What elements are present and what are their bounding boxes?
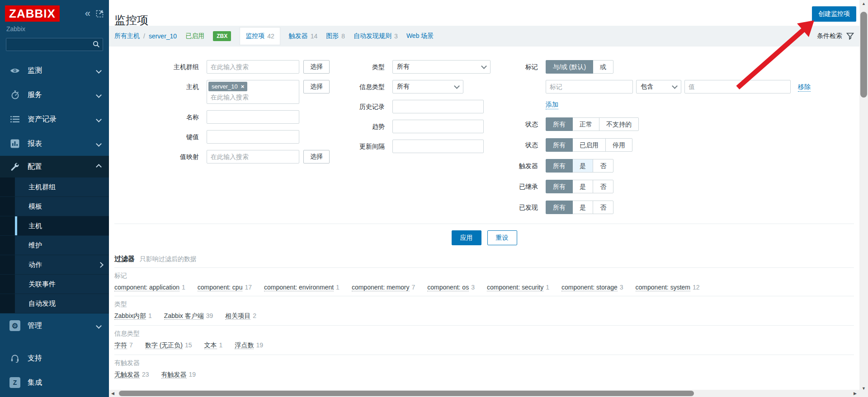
sidebar-collapse-icon[interactable]: « xyxy=(85,9,90,18)
tag-operator-andor[interactable]: 与/或 (默认) xyxy=(546,60,593,74)
sidebar-subitem-hosts[interactable]: 主机 xyxy=(0,216,109,236)
inherited-no[interactable]: 否 xyxy=(593,180,613,193)
discovered-no[interactable]: 否 xyxy=(593,201,613,214)
subfilter-group-info-types: 信息类型 字符7 数字 (无正负)15 文本1 浮点数19 xyxy=(114,326,854,355)
tab-web-scenarios[interactable]: Web 场景 xyxy=(406,32,434,40)
sidebar-expand-icon[interactable] xyxy=(96,10,104,18)
tab-triggers[interactable]: 触发器14 xyxy=(289,32,318,40)
horizontal-scrollbar-thumb[interactable] xyxy=(119,391,694,396)
discovered-all[interactable]: 所有 xyxy=(546,201,573,214)
subfilter-link[interactable]: component: memory7 xyxy=(352,284,415,291)
chevron-down-icon xyxy=(454,83,460,89)
sidebar-item-support[interactable]: 支持 xyxy=(0,346,109,370)
state-not-supported[interactable]: 不支持的 xyxy=(599,117,639,131)
scroll-down-icon[interactable]: ▼ xyxy=(859,386,868,391)
host-multiselect[interactable]: server_10 × 在此输入搜索 xyxy=(207,80,299,104)
triggers-all[interactable]: 所有 xyxy=(546,159,573,173)
sidebar-subitem-event-correlation[interactable]: 关联事件 xyxy=(0,275,109,294)
scroll-up-icon[interactable]: ▲ xyxy=(859,1,868,6)
subfilter-link[interactable]: Zabbix 客户端39 xyxy=(164,312,213,320)
host-group-input[interactable] xyxy=(207,60,299,74)
interval-input[interactable] xyxy=(392,140,484,153)
breadcrumb-host-link[interactable]: server_10 xyxy=(149,33,177,40)
status-enabled[interactable]: 已启用 xyxy=(572,138,606,152)
filter-toggle[interactable]: 条件检索 xyxy=(817,32,854,40)
tab-graphs[interactable]: 图形8 xyxy=(326,32,345,40)
name-input[interactable] xyxy=(207,110,299,124)
sidebar-search-input[interactable] xyxy=(6,38,103,51)
vertical-scrollbar-thumb[interactable] xyxy=(860,12,867,98)
tab-items[interactable]: 监控项42 xyxy=(240,27,280,45)
scroll-left-icon[interactable]: ◀ xyxy=(111,391,114,396)
subfilter-link[interactable]: 浮点数19 xyxy=(235,341,263,350)
vertical-scrollbar[interactable]: ▲ ▼ xyxy=(859,0,868,397)
key-input[interactable] xyxy=(207,130,299,144)
sidebar-item-reports[interactable]: 报表 xyxy=(0,131,109,156)
valuemap-label: 值映射 xyxy=(109,150,207,163)
sidebar-item-configuration[interactable]: 配置 xyxy=(0,156,109,177)
host-select-button[interactable]: 选择 xyxy=(303,80,330,93)
sidebar-item-integrations[interactable]: Z 集成 xyxy=(0,370,109,395)
tag-remove-link[interactable]: 移除 xyxy=(798,82,811,92)
breadcrumb-all-hosts-link[interactable]: 所有主机 xyxy=(114,32,140,40)
subfilter-link[interactable]: 字符7 xyxy=(114,341,133,350)
sidebar-item-inventory[interactable]: 资产记录 xyxy=(0,107,109,131)
valuemap-input[interactable] xyxy=(207,150,299,163)
info-type-select[interactable]: 所有 xyxy=(392,80,463,93)
type-select[interactable]: 所有 xyxy=(392,60,491,74)
inherited-yes[interactable]: 是 xyxy=(572,180,593,193)
subfilter-link[interactable]: component: storage3 xyxy=(561,284,623,291)
subfilter-link[interactable]: component: os3 xyxy=(427,284,475,291)
create-item-button[interactable]: 创建监控项 xyxy=(812,6,856,22)
tag-operator-or[interactable]: 或 xyxy=(593,60,613,74)
sidebar-subitem-discovery[interactable]: 自动发现 xyxy=(0,294,109,313)
subfilter-link[interactable]: 文本1 xyxy=(204,341,223,350)
tag-value-input[interactable] xyxy=(684,80,791,93)
state-normal[interactable]: 正常 xyxy=(572,117,599,131)
tag-name-input[interactable] xyxy=(546,80,633,93)
apply-button[interactable]: 应用 xyxy=(452,230,481,245)
sidebar-item-administration[interactable]: ⚙ 管理 xyxy=(0,313,109,338)
interval-label: 更新间隔 xyxy=(330,140,392,153)
subfilter-link[interactable]: component: environment1 xyxy=(264,284,340,291)
sidebar-item-services[interactable]: 服务 xyxy=(0,83,109,107)
reset-button[interactable]: 重设 xyxy=(487,230,517,245)
tag-operator-segment: 与/或 (默认) 或 xyxy=(546,60,613,74)
subfilter-link[interactable]: component: cpu17 xyxy=(198,284,252,291)
history-input[interactable] xyxy=(392,100,484,113)
valuemap-select-button[interactable]: 选择 xyxy=(303,150,330,163)
sidebar-subitem-maintenance[interactable]: 维护 xyxy=(0,236,109,255)
trends-input[interactable] xyxy=(392,120,484,133)
tag-operator-select[interactable]: 包含 xyxy=(636,80,681,93)
sidebar-subitem-host-groups[interactable]: 主机群组 xyxy=(0,177,109,197)
triggers-segment: 所有 是 否 xyxy=(546,159,613,173)
subfilter-link[interactable]: 数字 (无正负)15 xyxy=(145,341,192,350)
search-icon[interactable] xyxy=(93,41,100,49)
subfilter-link[interactable]: component: security1 xyxy=(487,284,549,291)
state-all[interactable]: 所有 xyxy=(546,117,573,131)
chip-remove-icon[interactable]: × xyxy=(241,83,245,90)
status-disabled[interactable]: 停用 xyxy=(605,138,632,152)
discovered-yes[interactable]: 是 xyxy=(572,201,593,214)
sidebar-subitem-actions[interactable]: 动作 xyxy=(0,255,109,275)
status-all[interactable]: 所有 xyxy=(546,138,573,152)
tab-discovery-rules[interactable]: 自动发现规则3 xyxy=(354,32,398,40)
zabbix-logo[interactable]: ZABBIX xyxy=(5,5,60,22)
tag-add-link[interactable]: 添加 xyxy=(546,100,558,109)
subfilter-link[interactable]: 无触发器23 xyxy=(114,371,149,379)
host-group-select-button[interactable]: 选择 xyxy=(303,60,330,74)
host-search-placeholder[interactable]: 在此输入搜索 xyxy=(208,91,297,102)
subfilter-link[interactable]: component: application1 xyxy=(114,284,185,291)
subfilter-link[interactable]: component: system12 xyxy=(636,284,700,291)
sidebar-item-monitoring[interactable]: 监测 xyxy=(0,58,109,83)
horizontal-scrollbar[interactable]: ◀ ▶ xyxy=(109,390,859,397)
scroll-right-icon[interactable]: ▶ xyxy=(854,391,857,396)
sidebar-subitem-templates[interactable]: 模板 xyxy=(0,197,109,216)
triggers-no[interactable]: 否 xyxy=(593,159,613,173)
status-segment: 所有 已启用 停用 xyxy=(546,138,632,152)
subfilter-link[interactable]: Zabbix内部1 xyxy=(114,312,152,320)
subfilter-link[interactable]: 有触发器19 xyxy=(161,371,196,379)
inherited-all[interactable]: 所有 xyxy=(546,180,573,193)
triggers-yes[interactable]: 是 xyxy=(572,159,593,173)
subfilter-link[interactable]: 相关项目2 xyxy=(225,312,256,320)
